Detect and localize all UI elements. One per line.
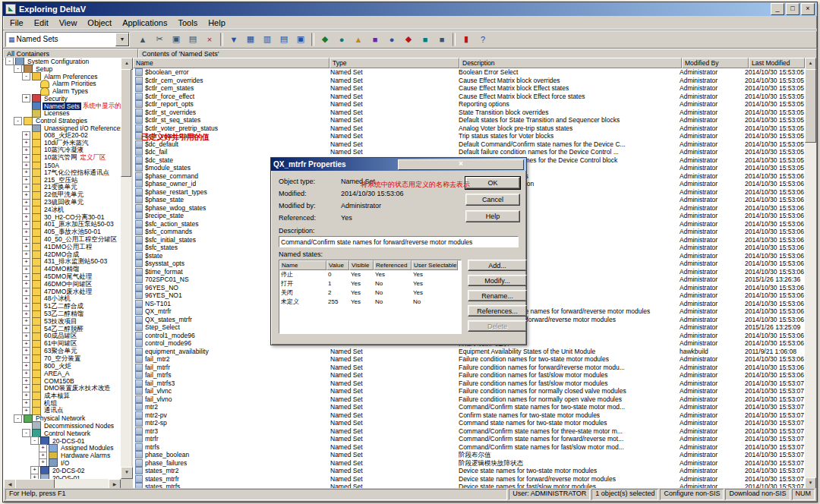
toolbar-button[interactable]: ? — [475, 32, 490, 47]
table-row[interactable]: $ctlr_force_effect Named Set Cause Effec… — [133, 93, 805, 101]
table-row[interactable]: phase_boolean Named Set 阶段布尔值 Administra… — [133, 451, 805, 459]
scroll-up-button[interactable]: ▲ — [805, 58, 816, 70]
tree-item[interactable]: + I/O — [4, 459, 121, 467]
close-button[interactable]: × — [801, 3, 815, 15]
table-row[interactable]: $ctlr_cem_states Named Set Cause Effect … — [133, 84, 805, 93]
dialog-side-button[interactable]: Rename... — [468, 290, 527, 301]
toolbar-button[interactable]: ■ — [418, 32, 433, 47]
dialog-side-button[interactable]: References... — [468, 305, 527, 317]
toolbar-button[interactable]: ▮ — [459, 32, 474, 47]
toolbar-button[interactable]: ■ — [434, 32, 449, 47]
tree-item[interactable]: Alarm Priorities — [4, 80, 121, 87]
named-state-row[interactable]: 关闭 2 Yes No Yes — [279, 288, 461, 298]
dialog-title-bar[interactable]: QX_mtrfr Properties × — [271, 158, 526, 171]
state-column-referenced[interactable]: Referenced — [374, 260, 412, 270]
toolbar-button[interactable] — [220, 33, 223, 46]
tree-item[interactable]: - Control Network — [4, 430, 121, 437]
tree-expander[interactable]: - — [22, 72, 30, 80]
named-state-row[interactable]: 停止 0 Yes Yes Yes — [279, 270, 461, 279]
toolbar-button[interactable]: × — [202, 32, 217, 47]
tree-expander[interactable]: - — [30, 436, 39, 445]
toolbar-button[interactable]: ▦ — [243, 32, 258, 47]
menu-item[interactable]: View — [54, 17, 83, 28]
table-row[interactable]: $ctlr_voter_status Named Set Trip status… — [133, 132, 805, 140]
toolbar-button[interactable]: ◆ — [401, 32, 416, 47]
table-row[interactable]: fail_vlvno Named Set Failure condition n… — [133, 395, 805, 404]
tree-expander[interactable]: - — [22, 429, 30, 437]
tree-expander[interactable]: - — [14, 65, 22, 73]
table-row[interactable]: fail_mtrfr Named Set Failure condition n… — [133, 364, 805, 372]
dialog-button[interactable]: Cancel — [465, 194, 520, 206]
tree-item[interactable]: + 20-DCS-02 — [4, 467, 121, 474]
tree-item[interactable]: - Alarm Preferences — [4, 73, 121, 80]
toolbar-button[interactable]: ● — [384, 32, 399, 47]
dialog-side-button[interactable]: Modify... — [468, 275, 527, 286]
table-row[interactable]: mtr2 Named Set Command/Confirm state nam… — [133, 403, 805, 411]
toolbar-button[interactable]: ◆ — [317, 32, 333, 47]
table-row[interactable]: $dc_fail Named Set Default failure condi… — [133, 148, 805, 156]
toolbar-button[interactable]: ▲ — [351, 32, 366, 47]
tree-expander[interactable]: - — [14, 117, 22, 125]
dialog-side-button[interactable]: Delete — [468, 320, 527, 332]
table-row[interactable]: mtr3 Named Set Command/Confirm state nam… — [133, 427, 805, 436]
named-sets-combo[interactable]: ▦ Named Sets ▼ — [5, 32, 130, 47]
tree-vertical-scrollbar[interactable]: ▲ ▼ — [121, 58, 131, 479]
named-state-row[interactable]: 未定义 255 Yes No No — [279, 298, 461, 307]
table-row[interactable]: $ctlr_cem_overrides Named Set Cause Effe… — [133, 77, 805, 85]
toolbar-button[interactable] — [311, 33, 314, 46]
table-row[interactable]: fail_mtr2 Named Set Failure condition na… — [133, 355, 805, 364]
column-header-name[interactable]: Name — [133, 58, 330, 68]
tree-expander[interactable]: - — [14, 414, 22, 423]
table-row[interactable]: mtrfr Named Set Command/Confirm state na… — [133, 435, 805, 443]
toolbar-button[interactable]: ■ — [367, 32, 383, 47]
toolbar-button[interactable]: ▣ — [169, 32, 184, 47]
toolbar-button[interactable]: ● — [334, 32, 349, 47]
menu-item[interactable]: Applications — [117, 17, 172, 28]
list-vertical-scrollbar[interactable]: ▲ ▼ — [805, 58, 816, 490]
table-row[interactable]: $dc_default Named Set Default Command/Co… — [133, 140, 805, 149]
table-row[interactable]: $ctlr_st_overrides Named Set State Trans… — [133, 109, 805, 117]
column-header-last-modified[interactable]: Last Modified — [749, 58, 805, 68]
table-row[interactable]: mtr2-pv Named Set Confirm state names fo… — [133, 411, 805, 420]
named-state-row[interactable]: 打开 1 Yes No Yes — [279, 279, 461, 288]
chevron-down-icon[interactable]: ▼ — [115, 33, 129, 46]
dialog-close-icon[interactable]: × — [398, 159, 524, 170]
tree-item[interactable]: + Assigned Modules — [4, 444, 121, 452]
column-header-modified-by[interactable]: Modified By — [682, 58, 749, 68]
menu-item[interactable]: Help — [203, 17, 231, 28]
table-row[interactable]: $ctlr_st_seq_states Named Set Default st… — [133, 116, 805, 124]
state-column-name[interactable]: Name — [279, 260, 326, 270]
state-column-visible[interactable]: Visible — [349, 260, 374, 270]
table-row[interactable]: states_mtr2 Named Set Device state names… — [133, 467, 805, 475]
column-header-description[interactable]: Description — [459, 58, 682, 68]
menu-item[interactable]: Tools — [172, 17, 203, 28]
table-row[interactable]: phase_failures Named Set 阶段逻辑模块故障状态 Admi… — [133, 459, 805, 468]
toolbar-button[interactable]: ▤ — [185, 32, 200, 47]
title-bar[interactable]: ◣ Exploring DeltaV _ □ × — [3, 2, 817, 16]
table-row[interactable]: mtr2-sp Named Set Command state names fo… — [133, 419, 805, 427]
scroll-up-button[interactable]: ▲ — [121, 58, 133, 70]
dialog-side-button[interactable]: Add... — [468, 260, 527, 271]
toolbar-button[interactable]: ▤ — [276, 32, 292, 47]
tree-item[interactable]: - 20-DCS-01 — [4, 437, 121, 445]
table-row[interactable]: mtrfs Named Set Command/Confirm state na… — [133, 443, 805, 452]
table-row[interactable]: states_mtrfr Named Set Device state name… — [133, 475, 805, 484]
scrollbar-thumb[interactable] — [121, 69, 131, 177]
table-row[interactable]: $ctlr_report_opts Named Set Reporting op… — [133, 100, 805, 109]
description-input[interactable] — [279, 236, 519, 247]
scrollbar-thumb[interactable] — [805, 69, 816, 143]
menu-item[interactable]: Object — [82, 17, 117, 28]
menu-item[interactable]: Edit — [29, 17, 54, 28]
toolbar-button[interactable] — [453, 33, 456, 46]
toolbar-button[interactable]: ▼ — [226, 32, 241, 47]
table-row[interactable]: fail_vlvnc Named Set Failure condition n… — [133, 387, 805, 395]
toolbar-button[interactable]: ▲ — [135, 32, 150, 47]
column-header-type[interactable]: Type — [330, 58, 459, 68]
menu-item[interactable]: File — [5, 17, 29, 28]
maximize-button[interactable]: □ — [786, 3, 800, 15]
toolbar-button[interactable]: ▣ — [293, 32, 308, 47]
toolbar-button[interactable]: ✂ — [152, 32, 167, 47]
table-row[interactable]: fail_mtrfs3 Named Set Failure condition … — [133, 380, 805, 388]
table-row[interactable]: fail_mtrfs Named Set Failure condition n… — [133, 371, 805, 380]
tree-expander[interactable]: + — [30, 474, 39, 479]
